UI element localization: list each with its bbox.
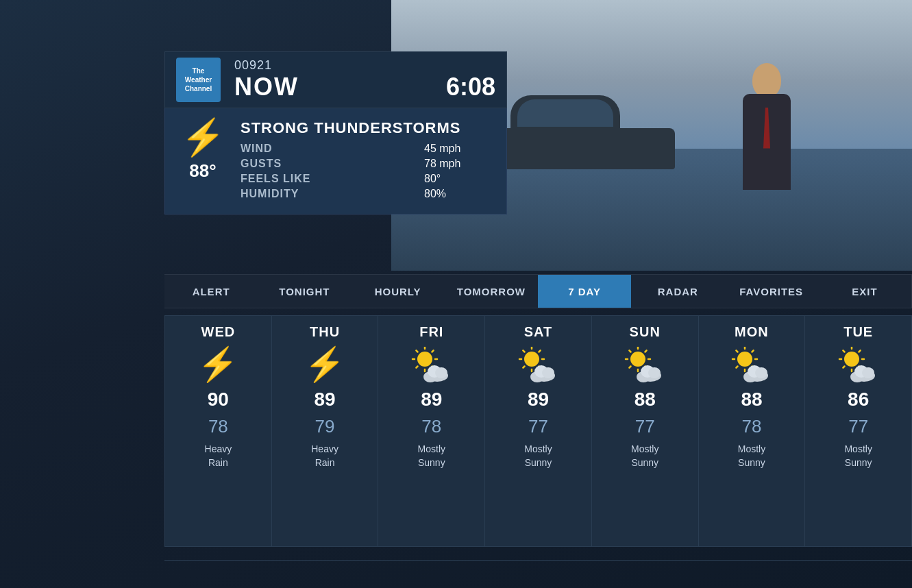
day-card-sat: SAT 8977MostlySunny: [484, 315, 591, 547]
day-icon: ⚡: [304, 345, 345, 383]
nav-bar: ALERT TONIGHT HOURLY TOMORROW 7 DAY RADA…: [164, 274, 912, 308]
conditions-panel: ⚡ 88° STRONG THUNDERSTORMS WIND 45 mph G…: [164, 108, 507, 215]
sunny-cloudy-icon: [518, 347, 559, 382]
svg-line-31: [630, 350, 631, 352]
feels-like-value: 80°: [424, 173, 493, 185]
temp-section: ⚡ 88°: [179, 119, 227, 203]
svg-line-8: [416, 366, 417, 367]
twc-logo: The Weather Channel: [176, 58, 221, 102]
svg-line-46: [752, 350, 753, 352]
svg-line-59: [859, 350, 860, 352]
svg-line-20: [539, 350, 540, 352]
day-condition-text: MostlySunny: [631, 443, 658, 469]
sunny-cloudy-icon: [624, 347, 665, 382]
day-name: WED: [201, 324, 236, 340]
svg-line-34: [630, 366, 631, 367]
left-panel: The Weather Channel 00921 NOW 6:08 ⚡ 88°…: [164, 51, 507, 215]
forecast-section: WED⚡9078HeavyRainTHU⚡8979HeavyRainFRI 89…: [164, 315, 912, 547]
nav-7day[interactable]: 7 DAY: [538, 275, 631, 308]
svg-point-12: [435, 367, 447, 378]
svg-point-13: [524, 352, 539, 367]
sunny-cloudy-icon: [411, 347, 452, 382]
now-label: NOW: [234, 73, 299, 101]
day-icon: [731, 345, 772, 383]
svg-point-38: [648, 367, 661, 378]
day-card-sun: SUN 8877MostlySunny: [591, 315, 698, 547]
gusts-row: GUSTS 78 mph: [241, 158, 493, 170]
svg-line-57: [843, 350, 844, 352]
nav-favorites[interactable]: FAVORITES: [725, 275, 818, 308]
gusts-label: GUSTS: [241, 158, 330, 170]
svg-point-52: [844, 352, 859, 367]
sunny-cloudy-icon: [731, 347, 772, 382]
day-card-mon: MON 8878MostlySunny: [698, 315, 805, 547]
nav-hourly[interactable]: HOURLY: [352, 275, 445, 308]
day-high-temp: 89: [528, 389, 549, 411]
svg-point-25: [542, 367, 554, 378]
svg-point-0: [417, 352, 432, 367]
wind-row: WIND 45 mph: [241, 143, 493, 155]
now-time-row: NOW 6:08: [234, 73, 495, 101]
day-condition-text: MostlySunny: [844, 443, 872, 469]
nav-tonight[interactable]: TONIGHT: [258, 275, 351, 308]
day-condition-text: MostlySunny: [418, 443, 445, 469]
day-name: TUE: [843, 324, 873, 340]
nav-tomorrow[interactable]: TOMORROW: [445, 275, 538, 308]
condition-title: STRONG THUNDERSTORMS: [241, 119, 493, 137]
svg-line-33: [645, 350, 647, 352]
svg-point-39: [737, 352, 752, 367]
feels-like-label: FEELS LIKE: [241, 173, 330, 185]
station-id: 00921: [234, 58, 495, 73]
header-info: 00921 NOW 6:08: [234, 58, 495, 101]
day-high-temp: 89: [315, 389, 336, 411]
current-temperature: 88°: [189, 160, 216, 182]
day-low-temp: 77: [848, 416, 868, 437]
day-condition-text: MostlySunny: [524, 443, 552, 469]
day-high-temp: 88: [634, 389, 656, 411]
humidity-row: HUMIDITY 80%: [241, 188, 493, 200]
day-icon: [518, 345, 559, 383]
sunny-cloudy-icon: [838, 347, 879, 382]
header-bar: The Weather Channel 00921 NOW 6:08: [164, 51, 507, 108]
day-condition-text: MostlySunny: [738, 443, 765, 469]
day-icon: [624, 345, 665, 383]
svg-point-51: [755, 367, 767, 378]
day-low-temp: 78: [208, 416, 228, 437]
day-low-temp: 78: [741, 416, 761, 437]
day-icon: [411, 345, 452, 383]
day-high-temp: 88: [741, 389, 762, 411]
day-name: MON: [735, 324, 769, 340]
day-name: SUN: [630, 324, 661, 340]
svg-line-5: [416, 350, 417, 352]
lightning-icon: ⚡: [304, 345, 345, 384]
day-low-temp: 79: [315, 416, 335, 437]
time-display: 6:08: [446, 73, 495, 101]
svg-line-47: [736, 366, 737, 367]
day-name: FRI: [419, 324, 443, 340]
current-weather-icon: ⚡: [181, 119, 225, 155]
svg-point-26: [630, 352, 645, 367]
nav-radar[interactable]: RADAR: [631, 275, 724, 308]
nav-exit[interactable]: EXIT: [818, 275, 911, 308]
day-name: THU: [310, 324, 340, 340]
svg-line-44: [736, 350, 737, 352]
gusts-value: 78 mph: [424, 158, 493, 170]
day-card-tue: TUE 8677MostlySunny: [804, 315, 912, 547]
day-high-temp: 89: [421, 389, 442, 411]
day-high-temp: 86: [848, 389, 869, 411]
day-low-temp: 77: [635, 416, 655, 437]
lightning-icon: ⚡: [197, 345, 238, 384]
day-card-wed: WED⚡9078HeavyRain: [164, 315, 271, 547]
day-condition-text: HeavyRain: [311, 443, 338, 469]
day-high-temp: 90: [208, 389, 229, 411]
presenter: [726, 53, 808, 190]
svg-line-60: [843, 366, 844, 367]
svg-line-21: [523, 366, 524, 367]
day-card-fri: FRI 8978MostlySunny: [378, 315, 484, 547]
humidity-label: HUMIDITY: [241, 188, 330, 200]
day-card-thu: THU⚡8979HeavyRain: [271, 315, 378, 547]
wind-value: 45 mph: [424, 143, 493, 155]
logo-text: The Weather Channel: [185, 66, 212, 93]
bottom-divider: [164, 560, 912, 561]
nav-alert[interactable]: ALERT: [164, 275, 258, 308]
